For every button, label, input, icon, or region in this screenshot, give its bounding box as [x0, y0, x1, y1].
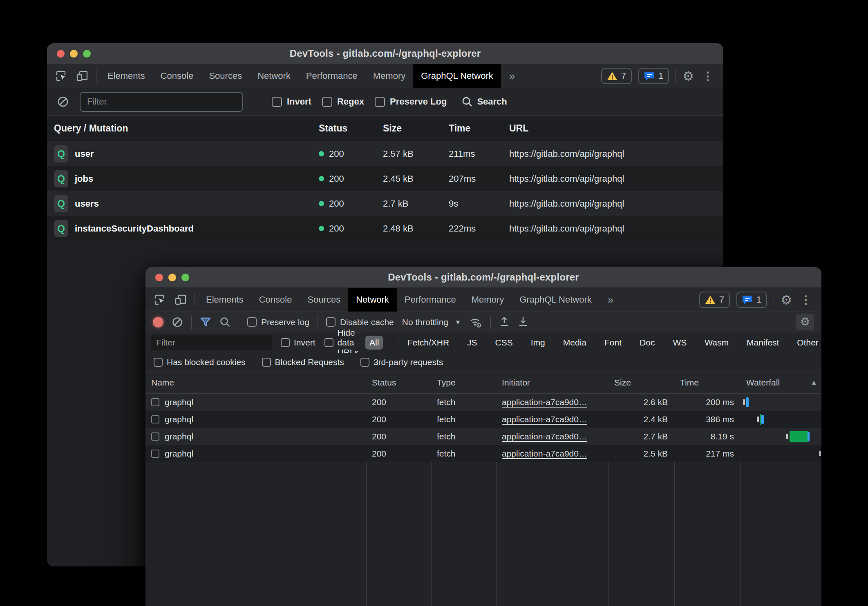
checkbox[interactable] [326, 317, 336, 327]
checkbox[interactable] [360, 358, 369, 367]
initiator-link[interactable]: application-a7ca9d0… [502, 432, 587, 441]
type-filter-all[interactable]: All [365, 336, 383, 350]
tab-graphql-network[interactable]: GraphQL Network [512, 288, 599, 312]
type-filter-other[interactable]: Other [793, 336, 821, 350]
type-filter-media[interactable]: Media [559, 336, 591, 350]
filter-funnel-icon[interactable] [200, 317, 211, 328]
throttling-select[interactable]: No throttling ▼ [402, 317, 461, 327]
table-row[interactable]: graphql 200 fetch application-a7ca9d0… 2… [145, 428, 821, 445]
tab-graphql-network[interactable]: GraphQL Network [413, 64, 501, 88]
titlebar[interactable]: DevTools - gitlab.com/-/graphql-explorer [145, 267, 821, 288]
tab-network[interactable]: Network [348, 288, 397, 312]
type-filter-doc[interactable]: Doc [635, 336, 659, 350]
import-har-icon[interactable] [499, 316, 510, 328]
type-filter-manifest[interactable]: Manifest [743, 336, 783, 350]
table-row[interactable]: graphql 200 fetch application-a7ca9d0… 2… [145, 394, 821, 411]
checkbox[interactable] [375, 97, 385, 107]
tab-network[interactable]: Network [250, 64, 298, 88]
checkbox[interactable] [154, 358, 163, 367]
column-header-query[interactable]: Query / Mutation [47, 116, 312, 141]
network-filter-input[interactable] [151, 335, 272, 350]
column-header-url[interactable]: URL [502, 116, 723, 141]
tab-sources[interactable]: Sources [201, 64, 250, 88]
checkbox[interactable] [247, 317, 257, 327]
clear-icon[interactable] [57, 96, 69, 108]
warnings-badge[interactable]: 7 [601, 68, 632, 84]
inspect-element-icon[interactable] [154, 294, 166, 306]
table-row[interactable]: graphql 200 fetch application-a7ca9d0… 2… [145, 445, 821, 462]
row-checkbox[interactable] [151, 398, 159, 406]
table-row[interactable]: graphql 200 fetch application-a7ca9d0… 2… [145, 411, 821, 428]
tab-console[interactable]: Console [251, 288, 300, 312]
search-toggle[interactable]: Search [461, 96, 507, 107]
tab-memory[interactable]: Memory [464, 288, 512, 312]
column-header-time[interactable]: Time [442, 116, 502, 141]
kebab-menu-icon[interactable]: ⋮ [700, 69, 715, 83]
blocked-cookies-checkbox[interactable]: Has blocked cookies [154, 357, 246, 367]
invert-checkbox[interactable]: Invert [272, 96, 311, 107]
column-header-initiator[interactable]: Initiator [496, 372, 608, 393]
filter-input[interactable] [80, 92, 243, 112]
tab-elements[interactable]: Elements [100, 64, 153, 88]
table-row[interactable]: Qusers 200 2.7 kB 9s https://gitlab.com/… [47, 191, 723, 216]
column-header-size[interactable]: Size [376, 116, 442, 141]
issues-badge[interactable]: 1 [736, 292, 767, 308]
tab-sources[interactable]: Sources [300, 288, 348, 312]
column-header-status[interactable]: Status [312, 116, 376, 141]
search-icon[interactable] [219, 316, 230, 328]
device-toolbar-icon[interactable] [76, 70, 89, 82]
table-row[interactable]: Qjobs 200 2.45 kB 207ms https://gitlab.c… [47, 166, 723, 191]
preserve-log-checkbox[interactable]: Preserve Log [375, 96, 447, 107]
network-conditions-icon[interactable] [469, 316, 482, 328]
settings-gear-icon[interactable]: ⚙ [781, 294, 792, 306]
network-settings-button[interactable]: ⚙ [796, 314, 814, 330]
more-tabs-icon[interactable]: » [600, 288, 622, 312]
invert-checkbox[interactable]: Invert [281, 338, 315, 348]
initiator-link[interactable]: application-a7ca9d0… [502, 414, 587, 424]
type-filter-css[interactable]: CSS [491, 336, 517, 350]
type-filter-ws[interactable]: WS [669, 336, 691, 350]
issues-badge[interactable]: 1 [638, 68, 669, 84]
device-toolbar-icon[interactable] [174, 294, 187, 306]
record-button[interactable] [153, 317, 163, 328]
checkbox[interactable] [322, 97, 332, 107]
table-row[interactable]: Quser 200 2.57 kB 211ms https://gitlab.c… [47, 141, 723, 166]
checkbox[interactable] [262, 358, 271, 367]
initiator-link[interactable]: application-a7ca9d0… [502, 397, 587, 407]
regex-checkbox[interactable]: Regex [322, 96, 364, 107]
export-har-icon[interactable] [518, 316, 528, 328]
third-party-requests-checkbox[interactable]: 3rd-party requests [360, 357, 443, 367]
clear-icon[interactable] [172, 316, 183, 328]
type-filter-fetch-xhr[interactable]: Fetch/XHR [403, 336, 453, 350]
preserve-log-checkbox[interactable]: Preserve log [247, 317, 309, 327]
checkbox[interactable] [272, 97, 282, 107]
column-header-waterfall[interactable]: Waterfall [740, 372, 821, 393]
tab-console[interactable]: Console [153, 64, 201, 88]
tab-performance[interactable]: Performance [397, 288, 464, 312]
column-header-status[interactable]: Status [366, 372, 431, 393]
type-filter-font[interactable]: Font [600, 336, 626, 350]
row-checkbox[interactable] [151, 432, 159, 441]
settings-gear-icon[interactable]: ⚙ [682, 70, 694, 82]
tab-performance[interactable]: Performance [298, 64, 365, 88]
tab-elements[interactable]: Elements [198, 288, 251, 312]
column-header-time[interactable]: Time [674, 372, 740, 393]
column-header-size[interactable]: Size [608, 372, 674, 393]
type-filter-img[interactable]: Img [527, 336, 549, 350]
row-checkbox[interactable] [151, 415, 159, 423]
initiator-link[interactable]: application-a7ca9d0… [502, 449, 587, 459]
blocked-requests-checkbox[interactable]: Blocked Requests [262, 357, 344, 367]
checkbox[interactable] [281, 338, 290, 347]
more-tabs-icon[interactable]: » [501, 64, 523, 88]
kebab-menu-icon[interactable]: ⋮ [799, 293, 813, 307]
warnings-badge[interactable]: 7 [699, 292, 730, 308]
disable-cache-checkbox[interactable]: Disable cache [326, 317, 394, 327]
row-checkbox[interactable] [151, 450, 159, 458]
titlebar[interactable]: DevTools - gitlab.com/-/graphql-explorer [47, 43, 723, 64]
type-filter-wasm[interactable]: Wasm [700, 336, 733, 350]
column-header-type[interactable]: Type [431, 372, 496, 393]
inspect-element-icon[interactable] [55, 70, 67, 82]
table-row[interactable]: QinstanceSecurityDashboard 200 2.48 kB 2… [47, 216, 723, 241]
column-header-name[interactable]: Name [145, 372, 366, 393]
checkbox[interactable] [324, 338, 333, 347]
